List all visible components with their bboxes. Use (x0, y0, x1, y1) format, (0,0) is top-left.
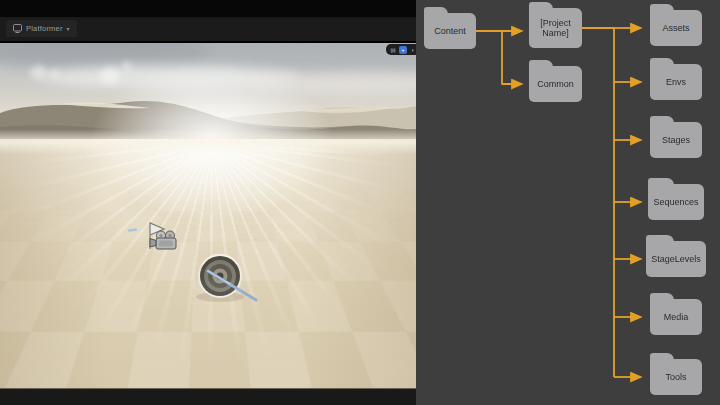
folder-node-content: Content (424, 13, 476, 49)
folder-label: Envs (666, 77, 686, 87)
folder-label: Sequences (653, 197, 698, 207)
horizon-haze (0, 129, 416, 155)
folder-label: Stages (662, 135, 690, 145)
audio-speaker-actor[interactable] (190, 253, 260, 305)
add-icon[interactable]: + (399, 46, 407, 54)
camera-actor[interactable] (128, 219, 184, 253)
folder-label: Content (434, 26, 466, 36)
viewport-overlay-toolbar: ▤ + ◐ (386, 44, 416, 55)
folder-label: Common (537, 79, 574, 89)
folder-label: Tools (665, 372, 686, 382)
screenshot-root: Platformer ▾ (0, 0, 720, 405)
level-tab[interactable]: Platformer ▾ (6, 20, 77, 37)
folder-node-tools: Tools (650, 359, 702, 395)
level-tab-label: Platformer (26, 24, 63, 33)
folder-label: Assets (662, 23, 689, 33)
folder-node-assets: Assets (650, 10, 702, 46)
editor-capture: Platformer ▾ (0, 0, 416, 405)
folder-node-media: Media (650, 299, 702, 335)
window-icon (13, 24, 22, 33)
folder-node-common: Common (529, 66, 582, 102)
folder-node-envs: Envs (650, 64, 702, 100)
screens-icon[interactable]: ▤ (389, 46, 397, 54)
folder-label: StageLevels (651, 254, 701, 264)
folder-label: Media (664, 312, 689, 322)
folder-label: [Project Name] (529, 18, 582, 39)
more-icon[interactable]: ◐ (409, 46, 416, 54)
editor-tab-bar: Platformer ▾ (0, 17, 416, 43)
folder-node-project-name: [Project Name] (529, 8, 582, 48)
chevron-down-icon: ▾ (67, 25, 70, 32)
folder-node-stages: Stages (650, 122, 702, 158)
level-viewport[interactable]: ▤ + ◐ (0, 43, 416, 388)
editor-bottom-bar (0, 388, 416, 405)
folder-node-stage-levels: StageLevels (646, 241, 706, 277)
folder-node-sequences: Sequences (648, 184, 704, 220)
editor-top-bar (0, 0, 416, 17)
